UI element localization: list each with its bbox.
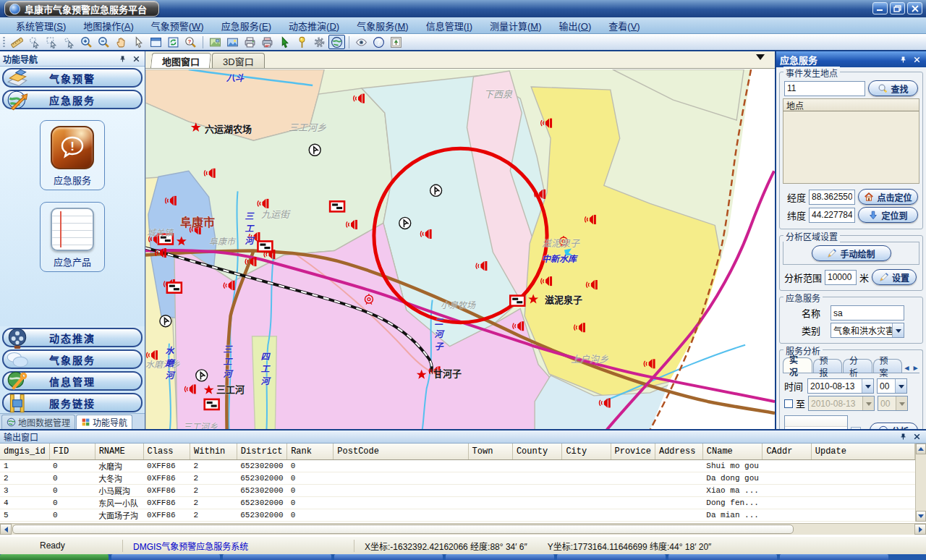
refresh-tool[interactable] bbox=[165, 35, 182, 49]
tab-map-data-management[interactable]: 地图数据管理 bbox=[1, 415, 75, 429]
table-row[interactable]: 40东风一小队0XFF8626523020000Dong fen... bbox=[0, 496, 915, 509]
search-button[interactable]: 查找 bbox=[868, 80, 918, 96]
column-header-Provice[interactable]: Provice bbox=[611, 444, 655, 459]
table-row[interactable]: 20大冬沟0XFF8626523020000Da dong gou bbox=[0, 472, 915, 484]
scrollbar-thumb[interactable] bbox=[12, 525, 794, 534]
range-input[interactable] bbox=[825, 270, 857, 285]
location-list[interactable] bbox=[783, 111, 919, 184]
tab-scroll-right-icon[interactable]: ▸ bbox=[912, 362, 919, 373]
menu-item-8[interactable]: 测量计算(M) bbox=[481, 17, 551, 35]
overview-tool[interactable] bbox=[388, 35, 404, 49]
menu-item-2[interactable]: 地图操作(A) bbox=[75, 17, 142, 35]
map-canvas[interactable]: 六运湖农场三工河乡下西泉九运街阜康市阜康市城关镇滋泥泉子中新水库滋泥泉子小泉牧场… bbox=[145, 69, 775, 429]
restore-button[interactable] bbox=[890, 2, 905, 14]
map-flag-icon[interactable] bbox=[167, 283, 182, 293]
table-row[interactable]: 10水磨沟0XFF8626523020000Shui mo gou bbox=[0, 459, 915, 472]
menu-item-3[interactable]: 气象预警(W) bbox=[143, 17, 213, 35]
column-header-CAddr[interactable]: CAddr bbox=[763, 444, 811, 459]
tab-forecast[interactable]: 预报 bbox=[813, 359, 843, 373]
map-flag-icon[interactable] bbox=[258, 241, 272, 251]
map-layers-tool[interactable] bbox=[207, 35, 224, 49]
column-header-dmgis_id[interactable]: dmgis_id bbox=[0, 444, 49, 459]
close-icon[interactable] bbox=[912, 432, 922, 442]
tab-plan[interactable]: 预案 bbox=[873, 359, 903, 373]
zoom-out-tool[interactable] bbox=[95, 35, 112, 49]
column-header-District[interactable]: District bbox=[237, 444, 286, 459]
minimize-button[interactable] bbox=[872, 2, 888, 14]
output-horizontal-scrollbar[interactable] bbox=[0, 523, 926, 535]
select-rect-tool[interactable] bbox=[43, 35, 60, 49]
element-listbox[interactable]: 降水空气温度 bbox=[784, 415, 848, 429]
menu-item-5[interactable]: 动态推演(D) bbox=[280, 17, 348, 35]
menu-item-7[interactable]: 信息管理(I) bbox=[417, 17, 481, 35]
nav-group-weather-warning[interactable]: 气象预警 bbox=[2, 68, 143, 88]
chevron-down-icon[interactable] bbox=[892, 323, 904, 337]
nav-group-emergency-service[interactable]: 应急服务 bbox=[2, 90, 143, 109]
map-station-icon[interactable] bbox=[309, 144, 320, 156]
pin-icon[interactable] bbox=[117, 54, 128, 64]
column-header-PostCode[interactable]: PostCode bbox=[334, 444, 468, 459]
column-header-County[interactable]: County bbox=[512, 444, 562, 459]
column-header-Within[interactable]: Within bbox=[190, 444, 237, 459]
shortcut-emergency-service[interactable]: ! 应急服务 bbox=[40, 120, 105, 190]
click-locate-button[interactable]: 点击定位 bbox=[858, 189, 918, 205]
pin-icon[interactable] bbox=[898, 54, 909, 64]
close-icon[interactable] bbox=[912, 54, 922, 64]
feature-select-tool[interactable] bbox=[276, 35, 293, 49]
column-header-CName[interactable]: CName bbox=[702, 444, 763, 459]
longitude-input[interactable] bbox=[809, 190, 855, 205]
print-tool[interactable] bbox=[242, 35, 258, 49]
scroll-down-icon[interactable] bbox=[916, 511, 926, 522]
locate-to-button[interactable]: 定位到 bbox=[858, 207, 918, 223]
latitude-input[interactable] bbox=[809, 208, 855, 223]
globe-tool[interactable] bbox=[328, 35, 345, 49]
column-header-RNAME[interactable]: RNAME bbox=[95, 444, 143, 459]
map-flag-icon[interactable] bbox=[158, 234, 173, 244]
set-range-button[interactable]: 设置 bbox=[872, 269, 917, 285]
table-row[interactable]: 60城关0XFF8526523020000Cheng guan bbox=[0, 521, 915, 522]
scroll-right-icon[interactable] bbox=[914, 524, 926, 535]
map-flag-icon[interactable] bbox=[205, 399, 219, 410]
to-checkbox[interactable] bbox=[784, 399, 793, 408]
tab-scroll-left-icon[interactable]: ◂ bbox=[903, 362, 911, 373]
chevron-down-icon[interactable] bbox=[862, 379, 873, 393]
column-header-FID[interactable]: FID bbox=[49, 444, 95, 459]
column-header-City[interactable]: City bbox=[562, 444, 611, 459]
select-shape-tool[interactable] bbox=[26, 35, 43, 49]
select-point-tool[interactable] bbox=[61, 35, 77, 49]
menu-item-10[interactable]: 查看(V) bbox=[600, 17, 648, 35]
visibility-tool[interactable] bbox=[353, 35, 370, 49]
menu-item-1[interactable]: 系统管理(S) bbox=[7, 17, 75, 35]
chevron-down-icon[interactable] bbox=[756, 54, 765, 64]
print-map-tool[interactable] bbox=[259, 35, 276, 49]
shortcut-emergency-product[interactable]: 应急产品 bbox=[40, 202, 105, 272]
toolbar-grip[interactable] bbox=[2, 36, 6, 48]
column-header-Rank[interactable]: Rank bbox=[287, 444, 334, 459]
pin-icon[interactable] bbox=[898, 432, 909, 442]
service-type-select[interactable]: 气象和洪水灾害 bbox=[831, 323, 904, 338]
menu-item-6[interactable]: 气象服务(M) bbox=[348, 17, 417, 35]
map-station-icon[interactable] bbox=[430, 184, 442, 196]
zoom-in-tool[interactable] bbox=[78, 35, 95, 49]
identify-tool[interactable] bbox=[182, 35, 199, 49]
map-station-icon[interactable] bbox=[196, 370, 208, 381]
chevron-down-icon[interactable] bbox=[895, 379, 906, 393]
map-station-icon[interactable] bbox=[399, 217, 411, 229]
nav-group-service-links[interactable]: 服务链接 bbox=[2, 393, 143, 412]
full-extent-tool[interactable] bbox=[148, 35, 164, 49]
column-header-Class[interactable]: Class bbox=[143, 444, 190, 459]
map-flag-icon[interactable] bbox=[510, 296, 524, 306]
tab-3d-window[interactable]: 3D窗口 bbox=[212, 53, 265, 68]
nav-group-info-management[interactable]: 信息管理 bbox=[2, 371, 143, 391]
date-select[interactable]: 2010-08-13 bbox=[807, 378, 874, 394]
pointer-tool[interactable] bbox=[130, 35, 147, 49]
tab-analysis[interactable]: 分析 bbox=[843, 359, 872, 373]
help-tool[interactable] bbox=[370, 35, 387, 49]
menu-item-9[interactable]: 输出(O) bbox=[551, 17, 600, 35]
map-export-tool[interactable] bbox=[224, 35, 241, 49]
nav-group-dynamic-deduction[interactable]: 动态推演 bbox=[2, 328, 143, 347]
table-row[interactable]: 30小马厩沟0XFF8626523020000Xiao ma ... bbox=[0, 484, 915, 496]
pan-tool[interactable] bbox=[113, 35, 129, 49]
column-header-Address[interactable]: Address bbox=[655, 444, 702, 459]
service-name-input[interactable] bbox=[831, 305, 904, 321]
